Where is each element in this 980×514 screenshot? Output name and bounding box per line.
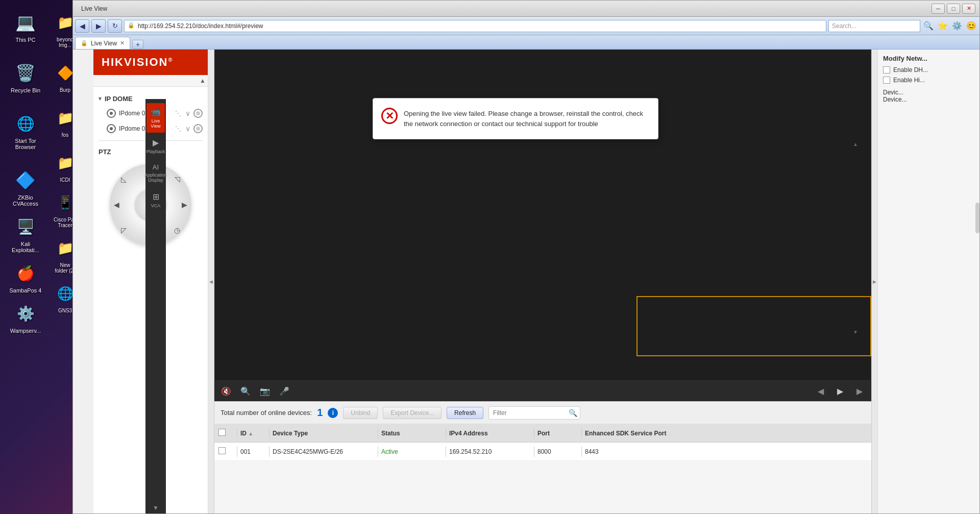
next-stream-button[interactable]: ▶ [853, 384, 866, 398]
browser-settings-icon-btn[interactable]: ⚙️ [951, 20, 963, 32]
right-panel: Modify Netw... Enable DH... Enable Hi...… [877, 50, 979, 513]
browser-refresh-button[interactable]: ↻ [108, 19, 122, 33]
table-row[interactable]: 001 DS-2SE4C425MWG-E/26 Active [214, 443, 871, 461]
nav-item-application-display[interactable]: AI Application Display [146, 159, 165, 187]
header-id[interactable]: ID ▲ [240, 430, 266, 437]
desktop-icon-start-tor[interactable]: 🌐 Start Tor Browser [5, 109, 46, 153]
ptz-upper-right-arrow[interactable]: ◹ [175, 175, 180, 183]
sidebar-video-collapse[interactable]: ◀ [208, 50, 214, 513]
browser-user-icon-btn[interactable]: 😊 [965, 20, 977, 32]
hikvision-nav: 📹 Live View ▶ Playback AI Application Di… [145, 99, 166, 513]
ptz-left-arrow[interactable]: ◀ [114, 201, 119, 209]
camera-01-share-icon[interactable]: ⋱ [174, 109, 182, 118]
microphone-button[interactable]: 🎤 [278, 384, 291, 398]
browser-close-button[interactable]: ✕ [962, 4, 975, 14]
refresh-button[interactable]: Refresh [447, 407, 483, 419]
desktop-icon-kali[interactable]: 🖥️ Kali Exploitati... [5, 212, 46, 256]
header-device-type[interactable]: Device Type [273, 430, 375, 437]
play-button[interactable]: ▶ [834, 384, 847, 398]
zoom-button[interactable]: 🔍 [239, 384, 252, 398]
unbind-button[interactable]: Unbind [343, 407, 378, 419]
prev-stream-button[interactable]: ◀ [814, 384, 827, 398]
address-bar[interactable]: 🔒 http://169.254.52.210/doc/index.html#/… [124, 20, 826, 32]
ptz-lower-left-arrow[interactable]: ◸ [121, 226, 127, 234]
camera-dot-02 [107, 124, 116, 133]
right-panel-collapse[interactable]: ▶ [871, 50, 877, 513]
camera-02-chevron-icon[interactable]: ∨ [184, 124, 191, 134]
camera-01-record-dot [196, 111, 200, 115]
header-checkbox[interactable] [218, 429, 234, 437]
camera-02-actions: ⋱ ∨ [174, 124, 203, 134]
hikvision-logo-text: HIKVISION® [102, 56, 174, 68]
browser-maximize-button[interactable]: □ [947, 4, 960, 14]
table-header-row: ID ▲ Device Type Status IPv4 Address Por… [214, 424, 871, 443]
row-sep-2 [269, 447, 270, 457]
application-display-icon: AI [153, 163, 159, 171]
browser-minimize-button[interactable]: ─ [932, 4, 945, 14]
desktop-icon-samba[interactable]: 🍎 SambaPos 4 [5, 258, 46, 296]
browser-search-icon-btn[interactable]: 🔍 [922, 20, 935, 32]
desktop-icon-this-pc[interactable]: 💻 This PC [5, 8, 46, 45]
search-bar[interactable]: Search... [828, 20, 920, 32]
browser-tab-live-view[interactable]: 🔒 Live View ✕ [75, 37, 130, 49]
export-device-button[interactable]: Export Device... [383, 407, 442, 419]
nav-item-live-view[interactable]: 📹 Live View [146, 103, 165, 133]
row-sdk-value: 8443 [585, 448, 599, 455]
camera-01-record-btn[interactable] [193, 109, 203, 118]
tab-label: Live View [91, 40, 117, 47]
header-checkbox-box[interactable] [218, 429, 226, 436]
kali-label: Kali Exploitati... [8, 241, 43, 253]
screenshot-button[interactable]: 📷 [258, 384, 272, 398]
row-sep-6 [581, 447, 582, 457]
device-info-row: Devic... [883, 89, 974, 96]
nav-scroll-down-arrow[interactable]: ▼ [153, 504, 159, 511]
browser-forward-button[interactable]: ▶ [91, 19, 106, 33]
samba-icon: 🍎 [13, 261, 38, 285]
ptz-right-arrow[interactable]: ▶ [182, 201, 187, 209]
enable-dh-checkbox[interactable] [883, 66, 890, 74]
start-tor-label: Start Tor Browser [8, 138, 43, 150]
video-controls-bar: 🔇 🔍 📷 🎤 ◀ ▶ ▶ [214, 381, 871, 401]
ptz-lower-right-arrow[interactable]: ◷ [174, 226, 180, 234]
browser-content: 📹 Live View ▶ Playback AI Application Di… [73, 50, 979, 513]
ptz-upper-left-arrow[interactable]: ◺ [121, 175, 127, 183]
header-ipv4[interactable]: IPv4 Address [449, 430, 531, 437]
camera-02-record-btn[interactable] [193, 124, 203, 133]
camera-02-share-icon[interactable]: ⋱ [174, 124, 182, 133]
desktop-icon-wamp[interactable]: ⚙️ Wampserv... [5, 299, 46, 336]
row-sep-4 [446, 447, 446, 457]
gns3-label: GNS3 [58, 308, 72, 313]
tab-close-button[interactable]: ✕ [120, 40, 125, 46]
desktop-icon-zkbio[interactable]: 🔷 ZKBio CVAccess [5, 165, 46, 209]
video-cell-selected[interactable] [636, 296, 871, 356]
new-tab-button[interactable]: + [132, 40, 143, 49]
icd-label: ICDI [60, 177, 70, 183]
header-sdk[interactable]: Enhanced SDK Service Port [585, 430, 867, 437]
section-collapse-icon: ▾ [99, 95, 102, 102]
filter-input[interactable] [488, 406, 580, 420]
browser-back-button[interactable]: ◀ [75, 19, 89, 33]
col-sep-4 [446, 428, 446, 438]
browser-star-icon-btn[interactable]: ⭐ [937, 20, 949, 32]
camera-01-chevron-icon[interactable]: ∨ [184, 108, 191, 118]
header-port[interactable]: Port [537, 430, 578, 437]
nav-item-vca[interactable]: ⊞ VCA [146, 188, 165, 212]
error-dialog: ✕ Opening the live view failed. Please c… [373, 98, 658, 139]
sidebar-collapse-btn[interactable]: ▲ [93, 75, 208, 87]
desktop-icon-recycle-bin[interactable]: 🗑️ Recycle Bin [5, 58, 46, 96]
nav-item-playback[interactable]: ▶ Playback [146, 134, 165, 158]
info-button[interactable]: i [328, 408, 338, 418]
desktop-icons-col1: 💻 This PC 🗑️ Recycle Bin 🌐 Start Tor Bro… [0, 0, 46, 514]
desktop-icons-col2: 📁 beyond Img... 🔶 Burp 📁 fos 📁 ICDI 📱 Ci… [46, 0, 74, 514]
row-checkbox-box[interactable] [218, 447, 226, 454]
hikvision-app: 📹 Live View ▶ Playback AI Application Di… [73, 50, 979, 513]
bottom-panel: Total number of online devices: 1 i Unbi… [214, 401, 871, 513]
fos-label: fos [62, 132, 68, 138]
row-sep-1 [237, 447, 237, 457]
row-id-value: 001 [240, 448, 251, 455]
enable-hi-checkbox[interactable] [883, 77, 890, 84]
row-checkbox[interactable] [218, 447, 234, 456]
header-status[interactable]: Status [381, 430, 443, 437]
mute-button[interactable]: 🔇 [219, 384, 233, 398]
camera-dot-inner-01 [110, 112, 113, 115]
